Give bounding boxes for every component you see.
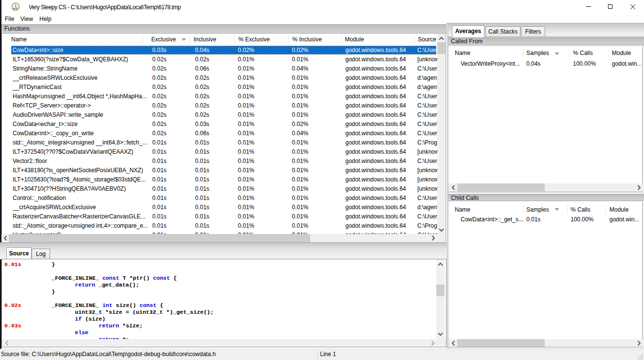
svg-text:zz: zz <box>14 8 17 11</box>
